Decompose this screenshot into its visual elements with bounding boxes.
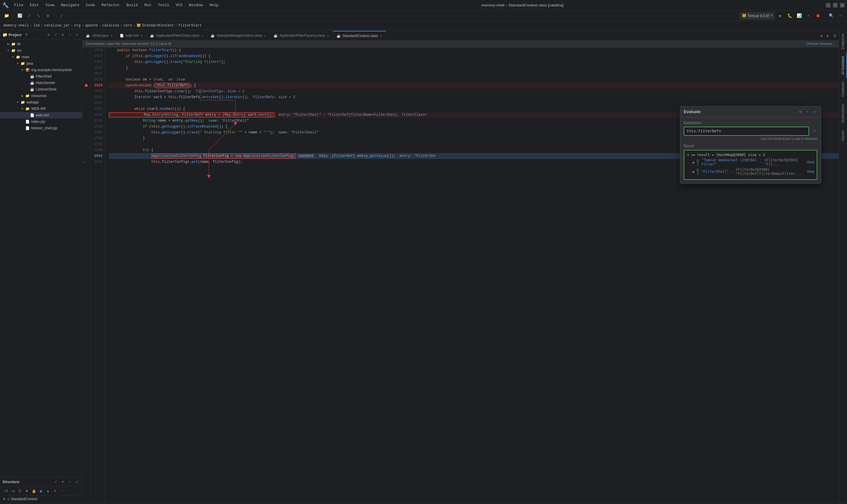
tab-close-appfilterfactory[interactable]: ✕	[327, 34, 329, 37]
structure-more-btn[interactable]: ⋯	[67, 479, 73, 485]
sidebar-close-btn[interactable]: ✕	[74, 32, 80, 38]
tree-item-webinf[interactable]: ▼ 📁 WEB-INF	[0, 106, 82, 112]
evaluate-close-btn[interactable]: ✕	[811, 109, 817, 114]
sort-alpha-icon[interactable]: ↕A	[2, 488, 9, 494]
menu-tools[interactable]: Tools	[155, 2, 172, 8]
bc-memory-shell[interactable]: memory-shell	[3, 23, 29, 28]
tab-appfilterchain[interactable]: ☕ ApplicationFilterChain.class ✕	[146, 31, 207, 40]
jump-btn[interactable]: ↗	[57, 12, 65, 20]
more-btn[interactable]: ⋯	[836, 12, 845, 20]
stop-button[interactable]: ⏹	[814, 12, 822, 20]
sidebar-scroll-btn[interactable]: ⊕	[60, 32, 66, 38]
filter-red-icon[interactable]: 🔒	[31, 488, 37, 494]
bc-apache[interactable]: apache	[85, 23, 98, 28]
tree-item-resources[interactable]: ▶ 📁 resources	[0, 93, 82, 99]
tree-item-listenershell[interactable]: ☕ ListenerShell	[0, 86, 82, 93]
tab-close-rshell[interactable]: ✕	[110, 34, 113, 37]
vtab-notifications[interactable]: Notifications	[839, 100, 847, 126]
result-view-1[interactable]: View	[807, 169, 814, 174]
minimize-button[interactable]: —	[826, 3, 831, 7]
tab-stdcontext[interactable]: ☕ StandardContext.class ✕	[333, 31, 386, 40]
menu-view[interactable]: View	[42, 2, 57, 8]
menu-code[interactable]: Code	[83, 2, 98, 8]
tree-item-java[interactable]: ▼ 📁 java	[0, 60, 82, 67]
collapse-btn[interactable]: ⤡	[34, 12, 43, 20]
bc-catalina-jar[interactable]: catalina.jar	[44, 23, 69, 28]
filter-orange-icon[interactable]: ◈	[45, 488, 51, 494]
structure-expand-btn[interactable]: ⤢	[53, 479, 58, 485]
tab-stdwrappervalve[interactable]: ☕ StandardWrapperValve.class ✕	[207, 31, 270, 40]
run-button[interactable]: ▶	[776, 12, 784, 20]
bc-standard-context[interactable]: 🐱 StandardContext	[137, 23, 174, 28]
tree-item-listenerjsp[interactable]: 📄 listener_shell.jsp	[0, 125, 82, 131]
bc-org[interactable]: org	[74, 23, 81, 28]
vtab-ai-assistant[interactable]: AI Assistant	[839, 53, 847, 78]
menu-help[interactable]: Help	[206, 2, 221, 8]
tab-recent-files[interactable]: ☰	[831, 31, 839, 40]
menu-edit[interactable]: Edit	[27, 2, 42, 8]
result-summary-row[interactable]: ▼ ●● result = {HashMap@3000} size = 2	[687, 153, 814, 157]
result-item-1[interactable]: ▶ {}·} "FilterShell" → {FilterDef@2980} …	[687, 167, 814, 176]
bc-catalina[interactable]: catalina	[102, 23, 119, 28]
expand-btn[interactable]: ⤢	[25, 12, 33, 20]
search-btn[interactable]: 🔍	[827, 12, 835, 20]
sort-type-icon[interactable]: ↕⚙	[10, 488, 16, 494]
evaluate-expand-icon[interactable]: ⤢	[811, 128, 817, 134]
menu-file[interactable]: File	[11, 2, 26, 8]
tree-item-main[interactable]: ▼ 📁 main	[0, 54, 82, 60]
filter-lambda-icon[interactable]: λ	[52, 488, 58, 494]
tree-item-lib[interactable]: ▶ 📁 lib	[0, 41, 82, 47]
tree-item-package[interactable]: ▼ 📦 org.example.memoryshell	[0, 67, 82, 73]
bc-lib[interactable]: lib	[34, 23, 40, 28]
coverage-btn[interactable]: 📊	[795, 12, 803, 20]
vtab-database[interactable]: Database	[839, 78, 847, 100]
inherited-icon[interactable]: ↑	[59, 488, 65, 494]
bc-core[interactable]: core	[124, 23, 132, 28]
menu-refactor[interactable]: Refactor	[99, 2, 123, 8]
tab-rshell[interactable]: ☕ rShell.java ✕	[82, 31, 116, 40]
choose-sources-link[interactable]: Choose Sources...	[806, 42, 835, 46]
menu-navigate[interactable]: Navigate	[58, 2, 82, 8]
tab-webxml[interactable]: 📄 web.xml ✕	[116, 31, 146, 40]
result-view-0[interactable]: View	[807, 160, 814, 164]
tree-item-filtershell[interactable]: ☕ FilterShell	[0, 73, 82, 79]
structure-scroll-btn[interactable]: ⊕	[60, 479, 66, 485]
group-icon[interactable]: ☰	[16, 488, 23, 494]
sidebar-expand-btn[interactable]: ⤢	[53, 32, 58, 38]
tab-close-webxml[interactable]: ✕	[140, 34, 143, 37]
sidebar-more-btn[interactable]: ⋯	[67, 32, 73, 38]
close-button[interactable]: ✕	[840, 3, 845, 7]
tree-item-helloservlet[interactable]: ☕ HelloServlet	[0, 79, 82, 86]
filter-purple-icon[interactable]: ●	[23, 488, 30, 494]
tab-scroll-left[interactable]: ◀	[818, 31, 825, 40]
sync-btn[interactable]: 🔄	[16, 12, 24, 20]
tab-appfilterfactory[interactable]: ☕ ApplicationFilterFactory.class ✕	[270, 31, 333, 40]
menu-vcs[interactable]: VCS	[173, 2, 185, 8]
evaluate-settings-btn[interactable]: ⚙	[797, 109, 803, 114]
maximize-button[interactable]: □	[833, 3, 837, 7]
settings-btn[interactable]: ⚙	[44, 12, 52, 20]
profile-btn[interactable]: ⚡	[804, 12, 813, 20]
tab-close-stdwrappervalve[interactable]: ✕	[264, 34, 266, 37]
tree-item-indexjsp[interactable]: 📄 index.jsp	[0, 119, 82, 125]
debug-button[interactable]: 🐛	[785, 12, 794, 20]
tree-item-webxml[interactable]: 📄 web.xml	[0, 112, 82, 119]
vtab-maven[interactable]: Maven	[839, 127, 847, 144]
evaluate-expression-input[interactable]	[684, 127, 809, 136]
menu-build[interactable]: Build	[124, 2, 141, 8]
menu-run[interactable]: Run	[141, 2, 154, 8]
tab-close-stdcontext[interactable]: ✕	[380, 34, 382, 38]
result-item-0[interactable]: ▶ {}·} "Tomcat WebSocket (JSR356) Filter…	[687, 158, 814, 166]
tree-item-src[interactable]: ▼ 📁 src	[0, 47, 82, 54]
evaluate-more-btn[interactable]: ⋯	[804, 109, 810, 114]
vtab-endpoints[interactable]: Endpoints	[839, 30, 847, 53]
menu-window[interactable]: Window	[186, 2, 206, 8]
run-config-selector[interactable]: 🐱 Tomcat 9.0.97 ▼	[740, 12, 775, 20]
bc-filter-start[interactable]: filterStart	[178, 23, 202, 28]
tab-close-appfilterchain[interactable]: ✕	[201, 34, 203, 37]
tree-item-webapp[interactable]: ▼ 📁 webapp	[0, 99, 82, 106]
tab-scroll-right[interactable]: ▶	[824, 31, 831, 40]
sidebar-settings-btn[interactable]: ⚙	[46, 32, 51, 38]
structure-class[interactable]: StandardContext	[11, 497, 37, 501]
code-editor[interactable]: → 2523 2524 2525 2526 2527 2528 2529 253…	[82, 47, 839, 503]
